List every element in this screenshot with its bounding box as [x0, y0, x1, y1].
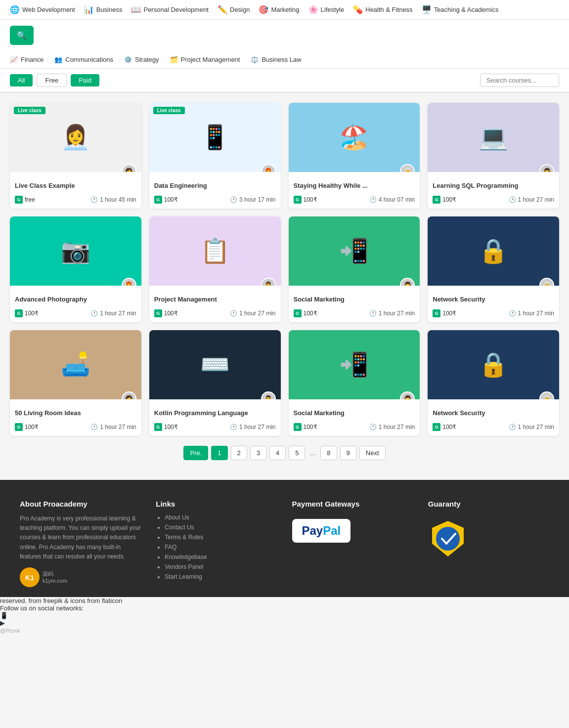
nav-label-0: Web Development: [22, 6, 75, 13]
course-price-2: G 100₹: [294, 196, 317, 204]
copyright-text: reserved.: [0, 597, 29, 604]
thumb-bg-7: 🔒: [428, 216, 559, 286]
footer-link-4[interactable]: Knowledgebase: [165, 554, 277, 560]
nav-item-personal-development[interactable]: 📖Personal Development: [131, 5, 209, 14]
nav-item-marketing[interactable]: 🎯Marketing: [259, 5, 299, 14]
pagination: Pre.12345...89Next: [10, 446, 559, 460]
course-duration-3: 🕐 1 hour 27 min: [509, 196, 554, 203]
filter-free-button[interactable]: Free: [37, 74, 67, 87]
course-card-2[interactable]: 🏖️ 👩‍🦳 Staying Healthy While ... G 100₹ …: [289, 103, 420, 209]
course-info-10: Social Marketing G 100₹ 🕐 1 hour 27 min: [289, 399, 420, 436]
whatsapp-icon[interactable]: 📱: [0, 612, 569, 619]
course-duration-11: 🕐 1 hour 27 min: [509, 424, 554, 430]
course-price-1: G 100₹: [154, 196, 178, 204]
thumb-bg-6: 📲: [289, 216, 420, 286]
brand-logo-icon: K1: [20, 567, 40, 587]
course-title-8: 50 Living Room Ideas: [15, 409, 136, 419]
course-meta-0: G free 🕐 1 hour 45 min: [15, 196, 136, 204]
filter-paid-button[interactable]: Paid: [71, 74, 99, 86]
course-title-4: Advanced Photography: [15, 296, 136, 305]
footer-link-6[interactable]: Start Learning: [165, 573, 277, 580]
pagination-page-9-button[interactable]: 9: [340, 446, 356, 460]
nav-icon-7: 🖥️: [422, 5, 432, 14]
filter-all-button[interactable]: All: [10, 74, 33, 86]
course-title-3: Learning SQL Programming: [433, 182, 554, 192]
pagination-page-4-button[interactable]: 4: [269, 446, 286, 460]
course-thumb-1: 📱 Live class 👩‍🦰: [149, 103, 281, 172]
footer-payment: Payment Gateways PayPal: [292, 500, 413, 587]
course-info-4: Advanced Photography G 100₹ 🕐 1 hour 27 …: [10, 286, 141, 322]
pagination-page-5-button[interactable]: 5: [289, 446, 305, 460]
sub-nav-item-business-law[interactable]: ⚖️Business Law: [251, 56, 301, 63]
course-card-1[interactable]: 📱 Live class 👩‍🦰 Data Engineering G 100₹…: [149, 103, 281, 209]
price-icon-6: G: [294, 309, 302, 317]
price-value-9: 100₹: [164, 424, 178, 430]
sub-nav-item-project-management[interactable]: 🗂️Project Management: [170, 56, 240, 63]
footer-bottom: reserved. from freepik & icons from flat…: [0, 597, 569, 634]
sub-nav-item-communications[interactable]: 👥Communications: [54, 56, 113, 63]
pagination-page-2-button[interactable]: 2: [231, 446, 247, 460]
thumb-bg-3: 💻: [428, 103, 559, 172]
course-card-6[interactable]: 📲 👨 Social Marketing G 100₹ 🕐 1 hour 27 …: [289, 216, 420, 322]
pagination-page-1-button[interactable]: 1: [211, 446, 227, 460]
nav-item-business[interactable]: 📊Business: [84, 5, 123, 14]
footer-link-1[interactable]: Contact Us: [165, 524, 277, 531]
course-meta-7: G 100₹ 🕐 1 hour 27 min: [433, 309, 554, 317]
price-value-6: 100₹: [304, 310, 317, 317]
course-info-2: Staying Healthy While ... G 100₹ 🕐 4 hou…: [289, 172, 420, 209]
footer-link-2[interactable]: Terms & Rules: [165, 534, 277, 541]
nav-label-5: Lifestyle: [321, 6, 345, 13]
footer-link-0[interactable]: About Us: [165, 514, 277, 521]
logo-watermark: K1 源码k1ym.com: [20, 567, 141, 587]
sub-nav: 📈Finance👥Communications⚙️Strategy🗂️Proje…: [0, 51, 569, 69]
clock-icon-0: 🕐: [90, 196, 98, 203]
footer-link-5[interactable]: Vendors Panel: [165, 563, 277, 570]
price-icon-9: G: [154, 423, 162, 431]
course-price-0: G free: [15, 196, 35, 204]
clock-icon-6: 🕐: [369, 310, 377, 317]
search-button[interactable]: 🔍: [10, 26, 34, 45]
course-meta-4: G 100₹ 🕐 1 hour 27 min: [15, 309, 136, 317]
nav-label-3: Design: [230, 6, 250, 13]
course-price-5: G 100₹: [154, 309, 178, 317]
course-meta-6: G 100₹ 🕐 1 hour 27 min: [294, 309, 415, 317]
footer-link-3[interactable]: FAQ: [165, 544, 277, 551]
pagination-page-8-button[interactable]: 8: [320, 446, 337, 460]
course-card-5[interactable]: 📋 👨‍🦱 Project Management G 100₹ 🕐 1 hour…: [149, 216, 281, 322]
course-title-6: Social Marketing: [294, 296, 415, 305]
sub-nav-icon-1: 👥: [54, 56, 62, 63]
course-card-10[interactable]: 📲 👨 Social Marketing G 100₹ 🕐 1 hour 27 …: [289, 330, 420, 436]
nav-icon-1: 📊: [84, 5, 94, 14]
clock-icon-8: 🕐: [90, 424, 98, 430]
nav-item-teaching--academics[interactable]: 🖥️Teaching & Academics: [422, 5, 499, 14]
price-value-0: free: [25, 196, 35, 203]
thumb-emoji-6: 📲: [339, 237, 369, 265]
thumb-emoji-3: 💻: [479, 124, 508, 151]
course-card-4[interactable]: 📷 👩‍🦰 Advanced Photography G 100₹ 🕐 1 ho…: [10, 216, 141, 322]
pagination-next-button[interactable]: Next: [359, 446, 386, 460]
course-duration-1: 🕐 3 hour 17 min: [230, 196, 275, 203]
course-card-9[interactable]: ⌨️ 👨‍🦱 Kotlin Programming Language G 100…: [149, 330, 281, 436]
pagination-page-3-button[interactable]: 3: [250, 446, 266, 460]
filter-search-input[interactable]: [480, 74, 559, 87]
course-card-8[interactable]: 🛋️ 👩 50 Living Room Ideas G 100₹ 🕐 1 hou…: [10, 330, 141, 436]
nav-icon-0: 🌐: [10, 5, 20, 14]
nav-label-4: Marketing: [271, 6, 299, 13]
sub-nav-item-strategy[interactable]: ⚙️Strategy: [124, 56, 159, 63]
thumb-emoji-9: ⌨️: [200, 351, 230, 379]
course-card-3[interactable]: 💻 👨 Learning SQL Programming G 100₹ 🕐 1 …: [428, 103, 559, 209]
thumb-emoji-0: 👩‍💼: [61, 124, 90, 151]
nav-item-health--fitness[interactable]: 💊Health & Fitness: [353, 5, 412, 14]
nav-item-web-development[interactable]: 🌐Web Development: [10, 5, 75, 14]
course-card-11[interactable]: 🔒 👩‍🦳 Network Security G 100₹ 🕐 1 hour 2…: [428, 330, 559, 436]
pagination-prev-button[interactable]: Pre.: [183, 446, 208, 460]
nav-item-design[interactable]: ✏️Design: [218, 5, 250, 14]
youtube-icon[interactable]: ▶: [0, 619, 569, 627]
course-card-7[interactable]: 🔒 👩‍🦳 Network Security G 100₹ 🕐 1 hour 2…: [428, 216, 559, 322]
nav-item-lifestyle[interactable]: 🌸Lifestyle: [308, 5, 345, 14]
sub-nav-item-finance[interactable]: 📈Finance: [10, 56, 44, 63]
sub-nav-icon-2: ⚙️: [124, 56, 132, 63]
course-title-1: Data Engineering: [154, 182, 276, 192]
course-card-0[interactable]: 👩‍💼 Live class 👩 Live Class Example G fr…: [10, 103, 141, 209]
duration-value-9: 1 hour 27 min: [239, 424, 275, 430]
